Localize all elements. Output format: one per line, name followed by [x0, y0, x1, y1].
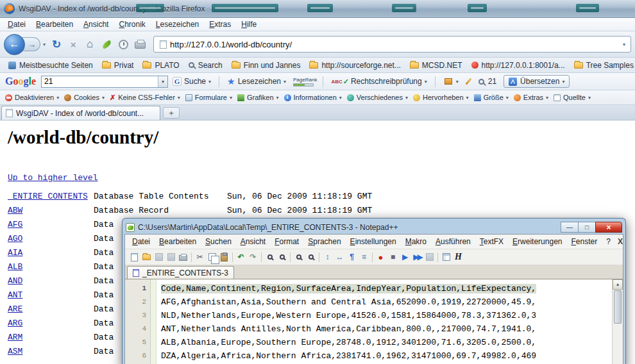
pagerank-widget[interactable]: PageRank — [293, 77, 317, 87]
webdev-groesse[interactable]: Größe▾ — [471, 92, 511, 103]
webdev-hervorheben[interactable]: Hervorheben▾ — [411, 92, 471, 103]
open-folder-icon[interactable] — [141, 252, 152, 262]
sync-vertical-icon[interactable]: ↕ — [322, 252, 333, 262]
spellcheck-button[interactable]: ABC✓Rechtschreibprüfung▾ — [328, 76, 430, 87]
print-icon[interactable] — [178, 252, 189, 262]
scroll-up-arrow[interactable]: ▲ — [613, 279, 623, 290]
webdev-extras[interactable]: Extras▾ — [511, 92, 551, 103]
webdev-verschiedenes[interactable]: Verschiedenes▾ — [344, 92, 411, 103]
sidewiki-button[interactable]: ▾ — [440, 77, 462, 86]
npp-menu-erweiterungen[interactable]: Erweiterungen — [508, 236, 566, 247]
close-button[interactable]: × — [595, 222, 622, 233]
npp-menu-makro[interactable]: Makro — [401, 236, 431, 247]
vertical-scrollbar[interactable]: ▲ — [612, 279, 623, 364]
firefox-titlebar[interactable]: WsgiDAV - Index of /world-db/country/ - … — [0, 0, 635, 18]
webdev-formulare[interactable]: Formulare▾ — [183, 92, 235, 103]
zoom-out-icon[interactable] — [305, 252, 316, 262]
webdev-css-errors[interactable]: ✗Keine CSS-Fehler▾ — [107, 92, 183, 103]
npp-menu-bearbeiten[interactable]: Bearbeiten — [155, 236, 201, 247]
history-clock-icon[interactable] — [115, 36, 131, 53]
menu-bearbeiten[interactable]: Bearbeiten — [31, 19, 78, 30]
menu-ansicht[interactable]: Ansicht — [78, 19, 114, 30]
google-search-button[interactable]: GSuche▾ — [169, 76, 214, 87]
maximize-button[interactable]: □ — [578, 222, 596, 233]
tab-wsgidav[interactable]: WsgiDAV - Index of /world-db/count... — [1, 106, 160, 120]
npp-menu-ausfuehren[interactable]: Ausführen — [431, 236, 475, 247]
menu-hilfe[interactable]: Hilfe — [236, 19, 262, 30]
show-all-chars-icon[interactable]: ¶ — [346, 252, 357, 262]
replace-icon[interactable] — [276, 252, 287, 262]
record-macro-icon[interactable]: ● — [375, 252, 386, 262]
textfx-icon[interactable]: H — [453, 252, 464, 262]
entry-link[interactable]: AGO — [8, 234, 94, 244]
reload-button[interactable]: ↻ — [49, 36, 64, 53]
minimize-button[interactable]: — — [561, 222, 579, 233]
bookmark-plato[interactable]: PLATO — [138, 60, 183, 71]
save-all-icon[interactable] — [165, 252, 176, 262]
new-file-icon[interactable] — [129, 252, 140, 262]
npp-menu-format[interactable]: Format — [270, 236, 303, 247]
stop-macro-icon[interactable]: ■ — [387, 252, 398, 262]
redo-icon[interactable]: ↷ — [248, 252, 258, 262]
editor-area[interactable]: 1 2 3 4 5 6 Code,Name,Continent,Region,S… — [125, 279, 623, 364]
npp-menu-fenster[interactable]: Fenster — [566, 236, 602, 247]
webdev-deaktivieren[interactable]: Deaktivieren▾ — [3, 92, 62, 103]
webdev-grafiken[interactable]: Grafiken▾ — [235, 92, 282, 103]
menu-datei[interactable]: Datei — [3, 19, 31, 30]
undo-icon[interactable]: ↶ — [235, 252, 246, 262]
find-icon[interactable] — [264, 252, 275, 262]
play-macro-multi-icon[interactable]: ▶▶ — [412, 252, 423, 262]
entry-link[interactable]: ANT — [8, 290, 94, 300]
bookmark-search[interactable]: Search — [184, 60, 227, 71]
url-bar[interactable]: ▾ — [153, 36, 631, 53]
paste-icon[interactable] — [219, 252, 230, 262]
webdev-cookies[interactable]: Cookies▾ — [62, 92, 107, 103]
npp-close-document-button[interactable]: X — [615, 237, 623, 246]
bookmark-mcsd[interactable]: MCSD.NET — [405, 60, 467, 71]
indent-guide-icon[interactable]: ≡ — [359, 252, 369, 262]
google-bookmarks-button[interactable]: ★Lesezeichen▾ — [224, 75, 289, 88]
npp-menu-suchen[interactable]: Suchen — [201, 236, 236, 247]
sync-horizontal-icon[interactable]: ↔ — [334, 252, 345, 262]
entry-link[interactable]: _ENTIRE_CONTENTS — [8, 192, 94, 201]
url-input[interactable] — [170, 40, 620, 49]
npp-menu-ansicht[interactable]: Ansicht — [236, 236, 270, 247]
cut-icon[interactable]: ✂ — [194, 252, 205, 262]
zoom-in-icon[interactable] — [293, 252, 304, 262]
play-macro-icon[interactable]: ▶ — [400, 252, 411, 262]
back-button[interactable]: ← — [4, 34, 25, 55]
scrollbar-thumb[interactable] — [614, 290, 622, 324]
bookmark-tree-samples[interactable]: Tree Samples — [570, 60, 635, 71]
stop-button[interactable]: × — [65, 36, 81, 53]
entry-link[interactable]: AND — [8, 276, 94, 286]
document-tab[interactable]: _ENTIRE_CONTENTS-3 — [127, 266, 234, 279]
translate-button[interactable]: Übersetzen▾ — [504, 75, 570, 88]
bookmark-most-visited[interactable]: Meistbesuchte Seiten — [4, 60, 97, 71]
highlight-counter[interactable]: 21 — [475, 76, 500, 87]
save-icon[interactable] — [153, 252, 164, 262]
copy-icon[interactable] — [207, 252, 217, 262]
url-dropdown-icon[interactable]: ▾ — [620, 42, 628, 47]
npp-menu-einstellungen[interactable]: Einstellungen — [346, 236, 401, 247]
entry-link[interactable]: AIA — [8, 248, 94, 258]
npp-menu-sprachen[interactable]: Sprachen — [303, 236, 345, 247]
npp-menu-help[interactable]: ? — [602, 236, 615, 247]
search-history-dropdown-icon[interactable]: ▾ — [158, 76, 167, 87]
bookmark-localhost-8001[interactable]: http://127.0.0.1:8001/a... — [467, 60, 570, 71]
npp-menu-datei[interactable]: Datei — [128, 236, 155, 247]
entry-link[interactable]: ABW — [8, 206, 94, 215]
new-tab-button[interactable]: + — [163, 107, 180, 119]
notepad-titlebar[interactable]: C:\Users\Martin\AppData\Local\Temp\_ENTI… — [124, 220, 623, 234]
entry-link[interactable]: AFG — [8, 220, 94, 229]
bookmark-sourceforge[interactable]: http://sourceforge.net... — [305, 60, 405, 71]
entry-link[interactable]: ALB — [8, 262, 94, 272]
webdev-informationen[interactable]: Informationen▾ — [282, 92, 344, 103]
webdev-quelltext[interactable]: Quellte▾ — [551, 92, 593, 103]
menu-extras[interactable]: Extras — [204, 19, 236, 30]
home-button[interactable]: ⌂ — [82, 36, 97, 53]
autofill-pencil-icon[interactable] — [465, 78, 471, 85]
google-search-input[interactable] — [42, 77, 158, 86]
entry-link[interactable]: ARG — [8, 318, 94, 328]
notepad-window[interactable]: C:\Users\Martin\AppData\Local\Temp\_ENTI… — [122, 218, 626, 364]
menu-chronik[interactable]: Chronik — [114, 19, 150, 30]
